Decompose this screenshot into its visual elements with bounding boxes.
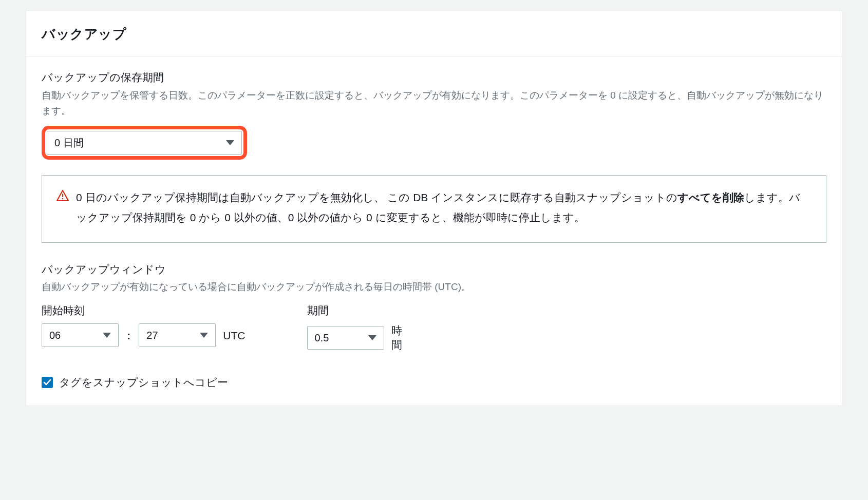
duration-group: 期間 0.5 時間 — [307, 302, 404, 352]
start-time-controls: 06 : 27 UTC — [42, 323, 246, 347]
panel-body: バックアップの保存期間 自動バックアップを保管する日数。このパラメーターを正数に… — [26, 57, 842, 406]
copy-tags-label: タグをスナップショットへコピー — [59, 374, 228, 391]
start-minute-select[interactable]: 27 — [139, 323, 216, 347]
svg-rect-0 — [62, 194, 63, 198]
retention-highlight: 0 日間 — [42, 126, 247, 160]
retention-description: 自動バックアップを保管する日数。このパラメーターを正数に設定すると、バックアップ… — [42, 88, 826, 119]
panel-header: バックアップ — [26, 11, 842, 57]
start-minute-value: 27 — [146, 328, 158, 343]
chevron-down-icon — [200, 333, 208, 338]
duration-controls: 0.5 時間 — [307, 323, 404, 352]
time-separator: : — [126, 327, 131, 344]
retention-field: バックアップの保存期間 自動バックアップを保管する日数。このパラメーターを正数に… — [42, 69, 826, 160]
chevron-down-icon — [368, 335, 376, 340]
retention-value: 0 日間 — [54, 135, 84, 150]
copy-tags-row: タグをスナップショットへコピー — [42, 374, 826, 391]
start-time-label: 開始時刻 — [42, 302, 246, 319]
chevron-down-icon — [226, 140, 234, 145]
window-row: 開始時刻 06 : 27 UTC — [42, 302, 826, 352]
duration-unit: 時間 — [391, 323, 404, 352]
copy-tags-checkbox[interactable] — [42, 377, 53, 388]
svg-rect-1 — [62, 198, 63, 199]
warning-icon — [56, 190, 69, 205]
window-field: バックアップウィンドウ 自動バックアップが有効になっている場合に自動バックアップ… — [42, 261, 826, 352]
backup-panel: バックアップ バックアップの保存期間 自動バックアップを保管する日数。このパラメ… — [26, 10, 842, 406]
panel-title: バックアップ — [42, 24, 826, 44]
warning-text: 0 日のバックアップ保持期間は自動バックアップを無効化し、 この DB インスタ… — [76, 188, 812, 228]
start-time-group: 開始時刻 06 : 27 UTC — [42, 302, 246, 348]
duration-label: 期間 — [307, 302, 404, 319]
start-hour-select[interactable]: 06 — [42, 323, 119, 347]
window-description: 自動バックアップが有効になっている場合に自動バックアップが作成される毎日の時間帯… — [42, 279, 826, 295]
duration-value: 0.5 — [315, 330, 329, 345]
warning-alert: 0 日のバックアップ保持期間は自動バックアップを無効化し、 この DB インスタ… — [42, 175, 826, 243]
retention-label: バックアップの保存期間 — [42, 69, 826, 86]
window-label: バックアップウィンドウ — [42, 261, 826, 278]
retention-select[interactable]: 0 日間 — [47, 131, 242, 155]
chevron-down-icon — [103, 333, 111, 338]
warning-text-bold: すべてを削除 — [677, 191, 744, 203]
start-hour-value: 06 — [49, 328, 61, 343]
timezone-label: UTC — [223, 329, 245, 342]
duration-select[interactable]: 0.5 — [307, 326, 384, 350]
warning-text-before: 0 日のバックアップ保持期間は自動バックアップを無効化し、 この DB インスタ… — [76, 191, 677, 203]
